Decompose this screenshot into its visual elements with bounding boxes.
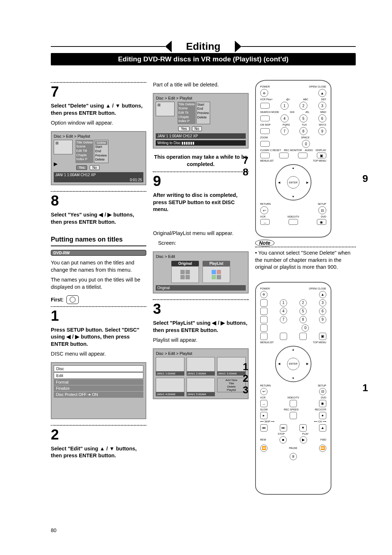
return-icon: ↩ <box>260 206 268 214</box>
playlist-thumb[interactable] <box>187 378 215 392</box>
callout-2: 2 <box>243 373 249 384</box>
callout-3: 3 <box>243 384 249 396</box>
thumb-caption: JAN/1 5:00AM <box>187 392 215 396</box>
step-2-number: 2 <box>51 427 146 442</box>
submenu-item: End <box>197 107 209 111</box>
menu-item: Scene <box>76 145 93 149</box>
submenu-item: Delete <box>95 158 107 162</box>
step-3-number: 3 <box>153 301 248 316</box>
submenu-item: Start <box>197 103 209 107</box>
osd-breadcrumb: Disc > Edit > Playlist <box>54 134 143 138</box>
divider <box>51 82 146 83</box>
disc-menu-item: Format <box>54 379 143 385</box>
original-tile[interactable]: Original <box>171 261 199 283</box>
add-new-cell[interactable]: Add New Title Delete Playlist <box>217 378 245 392</box>
osd-breadcrumb: Disc > Edit > Playlist <box>156 96 245 100</box>
original-playlist-osd: Disc > Edit Original PlayList Original <box>153 251 248 293</box>
part-deleted-line: Part of a title will be deleted. <box>153 81 248 89</box>
step-1-number: 1 <box>51 308 146 323</box>
page-title-row: Editing <box>51 40 356 53</box>
disc-tray-icon <box>66 295 79 304</box>
names-para-2: The names you put on the titles will be … <box>51 276 146 291</box>
osd-breadcrumb: Disc > Edit > Playlist <box>156 351 245 356</box>
dpad: ▲ ▼ ◀ ▶ ENTER <box>275 164 311 200</box>
submenu-item: Preview <box>95 154 107 158</box>
divider <box>51 425 146 426</box>
thumb-caption: JAN/1 2:00AM <box>187 372 215 376</box>
divider <box>51 191 146 192</box>
yes-button[interactable]: Yes <box>178 126 189 131</box>
playlist-grid-osd: Disc > Edit > Playlist JAN/1 1:00AM JAN/… <box>153 348 248 399</box>
step-9-instruction: After writing to disc is completed, pres… <box>153 192 248 213</box>
step-8-number: 8 <box>51 193 146 208</box>
thumbnail-icon <box>156 102 175 116</box>
no-button[interactable]: No <box>90 165 99 170</box>
disc-menu-title: Disc <box>54 365 143 372</box>
osd-writing-status: Writing to Disc ▮▮▮▮▮▮ <box>156 140 245 146</box>
step-9-number: 9 <box>153 174 248 188</box>
enter-button: ENTER <box>287 358 299 370</box>
disc-menu-item: Disc Protect OFF ➜ ON <box>54 392 143 398</box>
no-button[interactable]: No <box>192 126 202 131</box>
osd-footer: Original <box>156 285 245 291</box>
disc-menu-osd: Disc Edit Format Finalize Disc Protect O… <box>51 362 146 419</box>
step-3-desc: Playlist will appear. <box>153 337 248 344</box>
osd-delete-confirm: Disc > Edit > Playlist ▶ Title Delete Sc… <box>51 131 146 185</box>
step-1-instruction: Press SETUP button. Select "DISC" using … <box>51 327 146 348</box>
step-8-instruction: Select "Yes" using ◀ / ▶ buttons, then p… <box>51 211 146 226</box>
disc-menu-item: Finalize <box>54 385 143 391</box>
menu-item: Title Delete <box>76 141 93 145</box>
setup-button: ⊟ <box>318 206 326 214</box>
divider <box>153 299 248 300</box>
playlist-thumb[interactable] <box>156 357 184 372</box>
screen-label: Screen: <box>158 240 248 247</box>
playlist-thumb[interactable] <box>187 357 215 372</box>
step-7-number: 7 <box>51 84 146 99</box>
submenu-item: Preview <box>197 111 209 116</box>
menu-item: Title Delete <box>178 102 195 107</box>
section-heading-putting-names: Putting names on titles <box>51 236 146 246</box>
pause-icon: ⏸ <box>290 453 297 460</box>
page-title: Editing <box>172 40 235 53</box>
thumbnail-icon <box>54 140 73 154</box>
note-box: Note • You cannot select "Scene Delete" … <box>255 240 356 272</box>
playlist-thumb[interactable] <box>217 357 245 372</box>
dpad: ▲ ▼ ◀ ▶ ENTER <box>275 346 311 382</box>
power-icon: ⭘ <box>260 89 268 97</box>
playlist-thumb[interactable] <box>156 378 184 392</box>
thumb-caption: JAN/1 4:00AM <box>156 392 184 396</box>
step-2-instruction: Select "Edit" using ▲ / ▼ buttons, then … <box>51 445 146 459</box>
divider <box>153 171 248 172</box>
step-7-instruction: Select "Delete" using ▲ / ▼ buttons, the… <box>51 102 146 117</box>
subtitle-bar: Editing DVD-RW discs in VR mode (Playlis… <box>51 53 356 65</box>
thumb-caption: JAN/1 1:00AM <box>156 372 184 376</box>
menu-item: Index P <box>76 157 93 162</box>
page-number: 80 <box>51 527 57 533</box>
menu-item: Edit Titl <box>76 149 93 153</box>
remote-illustration-bottom: POWEROPEN/ CLOSE ⭘▲ 123 456 789 0 ▣ MENU… <box>255 282 331 495</box>
note-heading: Note <box>255 240 274 246</box>
eject-icon: ▲ <box>318 89 326 97</box>
thumb-caption: JAN/1 3:00AM <box>217 372 245 376</box>
dvd-rw-badge: DVD-RW <box>51 250 146 256</box>
callout-8: 8 <box>243 166 249 178</box>
submenu-item: Start <box>95 145 107 149</box>
yes-button[interactable]: Yes <box>76 165 87 170</box>
step-7-desc: Option window will appear. <box>51 119 146 127</box>
callout-1: 1 <box>243 361 249 373</box>
step-1-desc: DISC menu will appear. <box>51 351 146 358</box>
callout-1b: 1 <box>362 382 368 394</box>
osd-time: 0:01:25 <box>54 178 143 182</box>
note-body: You cannot select "Scene Delete" when th… <box>255 250 351 270</box>
osd-status: JAN/ 1 1:00AM CH12 XP <box>54 172 143 178</box>
display-button: ▣ <box>317 153 326 158</box>
names-para-1: You can put names on the titles and chan… <box>51 259 146 274</box>
callout-9: 9 <box>362 173 368 185</box>
disc-menu-item: Edit <box>54 372 143 379</box>
callout-7: 7 <box>243 155 249 166</box>
playlist-tile[interactable]: PlayList <box>203 261 230 283</box>
warning-text: This operation may take a while to be co… <box>153 154 248 168</box>
osd-status: JAN/ 1 1:00AM CH12 XP <box>156 133 245 139</box>
step-3-instruction: Select "PlayList" using ◀ / ▶ buttons, t… <box>153 320 248 334</box>
submenu-item: End <box>95 149 107 154</box>
